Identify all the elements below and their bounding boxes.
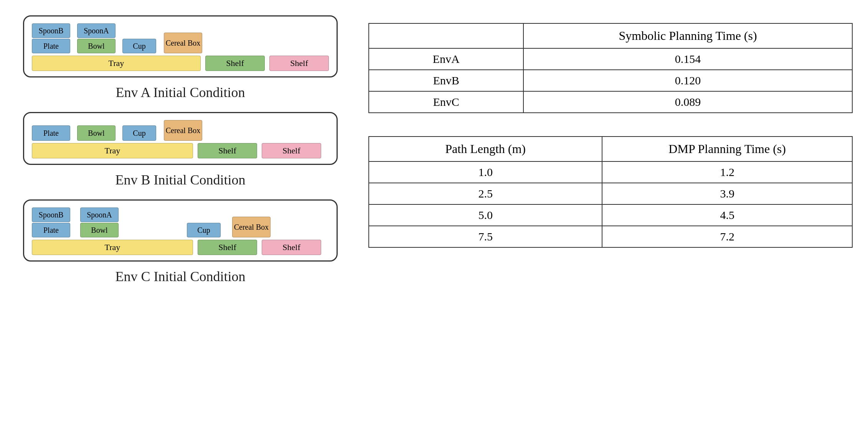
stack-cup-b: Cup xyxy=(122,125,161,141)
spoonb-box-c: SpoonB xyxy=(32,207,70,222)
table1-row-envc: EnvC 0.089 xyxy=(369,91,852,113)
table1-row-envb: EnvB 0.120 xyxy=(369,70,852,91)
table1-empty-header xyxy=(369,23,523,48)
stack-plate-b: Plate xyxy=(32,125,74,141)
table2-row-3: 5.0 4.5 xyxy=(369,204,852,226)
bowl-box-b: Bowl xyxy=(77,125,116,141)
table1-envc-label: EnvC xyxy=(369,91,523,113)
stack-spoona-bowl-c: SpoonA Bowl xyxy=(80,207,122,237)
env-a-label: Env A Initial Condition xyxy=(116,84,245,100)
plate-box: Plate xyxy=(32,39,70,53)
stack-bowl-b: Bowl xyxy=(77,125,119,141)
table2-time-2: 3.9 xyxy=(602,183,852,204)
table1-envb-val: 0.120 xyxy=(523,70,852,91)
env-b-diagram: Plate Bowl Cup Cereal Box Tray Shelf She… xyxy=(23,112,338,165)
env-b-bases: Tray Shelf Shelf xyxy=(32,143,329,158)
stack-cup: Cup xyxy=(122,39,161,53)
stack-cup-c: Cup xyxy=(187,223,225,237)
shelf1-box-a: Shelf xyxy=(205,56,265,71)
table2-path-3: 5.0 xyxy=(369,204,602,226)
plate-box-b: Plate xyxy=(32,125,70,141)
stack-cereal-b: Cereal Box xyxy=(164,120,206,141)
table2-row-1: 1.0 1.2 xyxy=(369,161,852,183)
table2-row-2: 2.5 3.9 xyxy=(369,183,852,204)
spoona-box: SpoonA xyxy=(77,23,116,38)
dmp-planning-table: Path Length (m) DMP Planning Time (s) 1.… xyxy=(368,136,853,248)
table1-header-val: Symbolic Planning Time (s) xyxy=(523,23,852,48)
right-panel: Symbolic Planning Time (s) EnvA 0.154 En… xyxy=(368,15,853,248)
cup-box-b: Cup xyxy=(122,125,156,141)
bowl-box-c: Bowl xyxy=(80,223,119,237)
shelf1-box-c: Shelf xyxy=(198,240,257,255)
table2-time-1: 1.2 xyxy=(602,161,852,183)
bowl-box: Bowl xyxy=(77,39,116,53)
env-a-block: SpoonB Plate SpoonA Bowl Cup Cereal Box xyxy=(15,15,345,100)
table2-header-val: DMP Planning Time (s) xyxy=(602,137,852,161)
table2-row-4: 7.5 7.2 xyxy=(369,226,852,247)
tray-box-c: Tray xyxy=(32,240,193,255)
table1-enva-val: 0.154 xyxy=(523,48,852,70)
stack-spoonb-plate-c: SpoonB Plate xyxy=(32,207,74,237)
table1-envc-val: 0.089 xyxy=(523,91,852,113)
shelf1-box-b: Shelf xyxy=(198,143,257,158)
cereal-box: Cereal Box xyxy=(164,33,202,53)
env-b-label: Env B Initial Condition xyxy=(116,172,246,188)
cereal-box-b: Cereal Box xyxy=(164,120,202,141)
env-a-objects: SpoonB Plate SpoonA Bowl Cup Cereal Box xyxy=(32,23,329,53)
spoonb-box: SpoonB xyxy=(32,23,70,38)
env-c-block: SpoonB Plate SpoonA Bowl Cup Cereal Box xyxy=(15,199,345,285)
env-c-label: Env C Initial Condition xyxy=(116,268,246,285)
env-c-objects: SpoonB Plate SpoonA Bowl Cup Cereal Box xyxy=(32,207,329,237)
cup-box: Cup xyxy=(122,39,156,53)
cup-box-c: Cup xyxy=(187,223,221,237)
cereal-box-c: Cereal Box xyxy=(232,217,271,237)
table2-path-1: 1.0 xyxy=(369,161,602,183)
env-c-bases: Tray Shelf Shelf xyxy=(32,240,329,255)
env-c-tray-items: SpoonB Plate SpoonA Bowl xyxy=(32,207,125,237)
stack-spoonb-plate: SpoonB Plate xyxy=(32,23,74,53)
left-panel: SpoonB Plate SpoonA Bowl Cup Cereal Box xyxy=(15,15,345,285)
symbolic-planning-table: Symbolic Planning Time (s) EnvA 0.154 En… xyxy=(368,23,853,113)
table2-header-col: Path Length (m) xyxy=(369,137,602,161)
tray-box-b: Tray xyxy=(32,143,193,158)
table2-path-2: 2.5 xyxy=(369,183,602,204)
table2-time-3: 4.5 xyxy=(602,204,852,226)
table1-envb-label: EnvB xyxy=(369,70,523,91)
stack-cereal: Cereal Box xyxy=(164,33,206,53)
stack-spoona-bowl: SpoonA Bowl xyxy=(77,23,119,53)
env-a-bases: Tray Shelf Shelf xyxy=(32,56,329,71)
env-a-diagram: SpoonB Plate SpoonA Bowl Cup Cereal Box xyxy=(23,15,338,77)
shelf2-box-b: Shelf xyxy=(262,143,321,158)
env-c-diagram: SpoonB Plate SpoonA Bowl Cup Cereal Box xyxy=(23,199,338,262)
spoona-box-c: SpoonA xyxy=(80,207,119,222)
stack-cereal-c: Cereal Box xyxy=(232,217,274,237)
table2-time-4: 7.2 xyxy=(602,226,852,247)
table1-enva-label: EnvA xyxy=(369,48,523,70)
shelf2-box-a: Shelf xyxy=(269,56,329,71)
tray-box-a: Tray xyxy=(32,56,201,71)
plate-box-c: Plate xyxy=(32,223,70,237)
shelf2-box-c: Shelf xyxy=(262,240,321,255)
env-b-objects: Plate Bowl Cup Cereal Box xyxy=(32,120,329,141)
env-b-block: Plate Bowl Cup Cereal Box Tray Shelf She… xyxy=(15,112,345,188)
table1-row-enva: EnvA 0.154 xyxy=(369,48,852,70)
table2-path-4: 7.5 xyxy=(369,226,602,247)
